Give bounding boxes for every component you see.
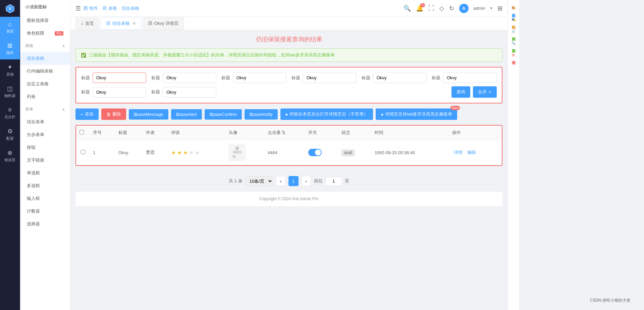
nav-item-other[interactable]: ✦ 其他	[0, 59, 20, 81]
search-src-icon: 🔍	[512, 41, 516, 45]
base-alert-button[interactable]: $baseAlert	[171, 109, 202, 120]
page-unit: 页	[345, 178, 349, 184]
delete-button[interactable]: 🗑 删除	[101, 108, 126, 120]
search-button[interactable]: 查询	[451, 86, 470, 98]
nav-item-component[interactable]: ⊞ 组件	[0, 38, 20, 59]
search-label-5: 标题	[362, 75, 370, 81]
nav-item-no-column-label: 无分栏	[4, 115, 15, 120]
search-input-1[interactable]	[93, 73, 146, 83]
no-column-icon: ≡	[8, 106, 12, 114]
base-message-button[interactable]: $baseMessage	[129, 109, 168, 120]
goto-input[interactable]	[325, 177, 342, 186]
search-input-5[interactable]	[373, 73, 427, 83]
nav-item-config[interactable]: ⚙ 配置	[0, 124, 20, 145]
chevron-up-icon-form: ∧	[62, 107, 65, 112]
per-page-select[interactable]: 10条/页 20条/页 50条/页	[245, 176, 273, 186]
sidebar-item-counter[interactable]: 计数器	[20, 205, 70, 218]
search-row-2: 标题 标题 查询 合并 ∧	[81, 86, 497, 98]
tab-detail[interactable]: 田 Okvy 详情页	[143, 17, 184, 30]
tab-table[interactable]: 田 综合表格 ✕	[101, 17, 141, 30]
search-input-7[interactable]	[93, 87, 146, 97]
nav-item-home[interactable]: ⌂ 首页	[0, 17, 20, 38]
tab-table-close[interactable]: ✕	[132, 21, 136, 26]
row-checkbox-cell	[76, 140, 90, 165]
content-area: ☰ 图 组件 › 田 表格 › 综合表格 🔍 🔔 3 ⛶ ◇ ↻ A	[70, 0, 507, 310]
nav-item-material-label: 物料源	[4, 93, 15, 98]
sidebar-group-form[interactable]: 表单 ∧	[20, 103, 70, 116]
right-panel-buy[interactable]: 🛒 购买源码	[508, 27, 519, 37]
detail-tab-button[interactable]: ● 详情页支持tab多开并高亮左侧菜单 New	[376, 108, 457, 120]
merge-button[interactable]: 合并 ∧	[473, 86, 497, 98]
breadcrumb: 图 组件 › 田 表格 › 综合表格	[84, 5, 139, 11]
breadcrumb-item-table[interactable]: 田 表格	[103, 5, 117, 11]
right-panel-theme[interactable]: 🎨 主题配置	[508, 3, 519, 13]
tab-home[interactable]: ⌂ 首页	[75, 17, 99, 30]
refresh-icon[interactable]: ↻	[449, 5, 454, 12]
sidebar-group-table[interactable]: 表格 ∧	[20, 40, 70, 52]
search-label-3: 标题	[221, 75, 230, 81]
nav-item-no-column[interactable]: ≡ 无分栏	[0, 102, 20, 124]
search-input-8[interactable]	[163, 87, 216, 97]
sidebar-title[interactable]: 小清新图标	[20, 0, 70, 14]
grid-icon[interactable]: ⊞	[497, 5, 502, 12]
sidebar-item-comprehensive-form[interactable]: 综合表单	[20, 116, 70, 128]
search-field-4: 标题	[291, 73, 357, 83]
search-input-6[interactable]	[443, 73, 497, 83]
add-button-label: 添加	[85, 111, 94, 117]
right-panel-random[interactable]: 🎭 随机肤色	[508, 15, 519, 25]
sidebar-item-radio[interactable]: 单选框	[20, 167, 70, 179]
page-1-button[interactable]: 1	[288, 176, 299, 186]
row-checkbox[interactable]	[81, 150, 85, 154]
sort-icon[interactable]: ⇅	[282, 130, 285, 135]
search-input-2[interactable]	[163, 73, 216, 83]
search-icon[interactable]: 🔍	[404, 5, 411, 12]
sidebar-item-button[interactable]: 按钮	[20, 141, 70, 154]
search-input-4[interactable]	[303, 73, 357, 83]
action-detail-button[interactable]: 详情	[452, 149, 464, 156]
right-panel-search-src[interactable]: 🔍 搜贝源码	[508, 39, 519, 49]
sidebar-item-roles[interactable]: 角色权限 Pro	[20, 27, 70, 40]
user-dropdown-icon[interactable]: ▾	[490, 6, 492, 10]
breadcrumb-item-component[interactable]: 图 组件	[84, 5, 98, 11]
stay-page-button[interactable]: ● 停留在本页后台打开详情页后（不常用）	[280, 108, 373, 120]
fullscreen-icon[interactable]: ⛶	[428, 5, 434, 12]
search-input-3[interactable]	[233, 73, 286, 83]
sidebar-item-input[interactable]: 输入框	[20, 192, 70, 205]
sidebar-item-custom-table[interactable]: 自定义表格	[20, 78, 70, 90]
dot-icon-1: ●	[285, 112, 288, 117]
sidebar-item-list[interactable]: 列表	[20, 90, 70, 103]
search-field-3: 标题	[221, 73, 286, 83]
star-4: ★	[189, 150, 194, 156]
sidebar-item-inline-table[interactable]: 行内编辑表格	[20, 65, 70, 78]
base-notify-button[interactable]: $baseNotify	[245, 109, 278, 120]
footer-text: Copyright © 2024 Vue Admin Pro	[259, 196, 319, 201]
sidebar-item-comprehensive-table[interactable]: 综合表格	[20, 52, 70, 65]
sidebar-item-selector[interactable]: 选择器	[20, 218, 70, 230]
sidebar-item-icon-picker[interactable]: 图标选择器	[20, 14, 70, 27]
sidebar-item-text-link[interactable]: 文字链接	[20, 154, 70, 167]
menu-toggle-icon[interactable]: ☰	[75, 5, 81, 12]
avatar[interactable]: A	[459, 4, 469, 13]
bell-icon[interactable]: 🔔 3	[416, 5, 423, 12]
avatar-placeholder: 🖼 加载失败	[229, 144, 246, 161]
select-all-checkbox[interactable]	[79, 130, 84, 134]
table-header-row: 序号 标题 作者 评级 头像 点击量 ⇅ 开关 状态 时间 操作	[76, 126, 502, 140]
next-page-button[interactable]: ›	[301, 176, 311, 186]
table-header-actions: 操作	[449, 126, 502, 140]
right-panel-clear[interactable]: 🗑 清理缓存	[508, 50, 519, 60]
username[interactable]: admin	[474, 6, 485, 11]
sidebar-item-step-form[interactable]: 分步表单	[20, 128, 70, 141]
base-confirm-button[interactable]: $baseConfirm	[205, 109, 242, 120]
row-time: 1992-09-20 00:36:40	[371, 140, 449, 165]
delete-button-label: 删除	[112, 111, 121, 117]
add-button[interactable]: + 添加	[75, 108, 99, 120]
action-edit-button[interactable]: 编辑	[466, 149, 478, 156]
config-icon: ⚙	[7, 128, 13, 135]
sidebar-item-checkbox[interactable]: 多选框	[20, 179, 70, 192]
toggle-switch[interactable]	[308, 149, 322, 156]
nav-item-material[interactable]: ◫ 物料源	[0, 81, 20, 102]
prev-page-button[interactable]: ‹	[276, 176, 286, 186]
nav-item-error[interactable]: ⊗ 错误页	[0, 145, 20, 167]
diamond-icon[interactable]: ◇	[439, 5, 444, 12]
prev-icon: ‹	[280, 179, 281, 184]
